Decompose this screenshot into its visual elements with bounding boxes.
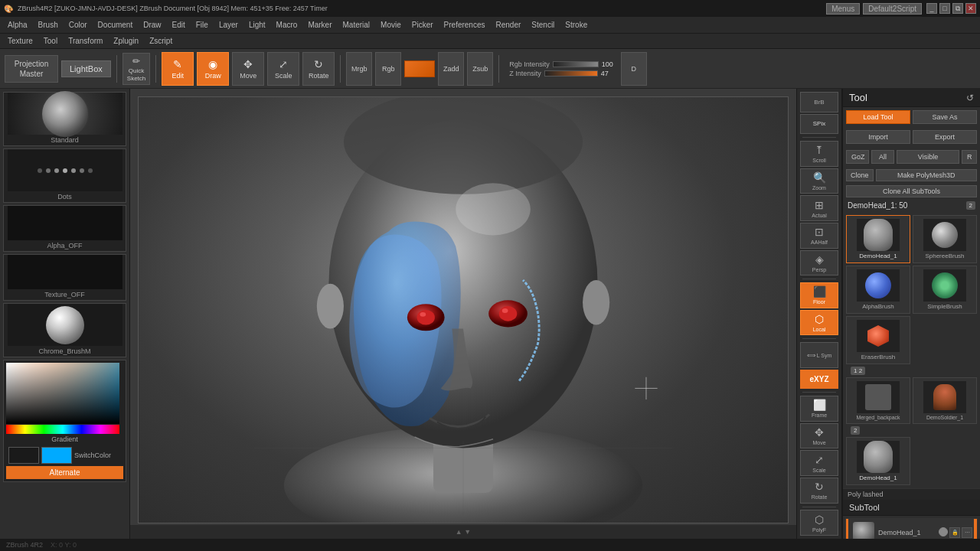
brush-dots[interactable]: Dots [3, 148, 126, 203]
rt-aahalf-btn[interactable]: ⊡ AAHalf [800, 223, 838, 249]
import-btn[interactable]: Import [846, 130, 910, 144]
goz-btn[interactable]: GoZ [846, 150, 869, 164]
load-tool-btn[interactable]: Load Tool [846, 110, 910, 124]
tool-alphabrush[interactable]: AlphaBrush [846, 266, 910, 314]
menu-zplugin[interactable]: Zplugin [109, 35, 143, 47]
save-as-btn[interactable]: Save As [913, 110, 977, 124]
lightbox-btn[interactable]: LightBox [61, 60, 111, 77]
rgb-intensity-bar[interactable] [553, 61, 599, 67]
rotate-rt-icon: ↻ [815, 481, 824, 493]
menu-movie[interactable]: Movie [376, 19, 406, 31]
foreground-color[interactable] [8, 447, 39, 464]
tool-spherebrush[interactable]: SphereeBrush [913, 215, 977, 263]
rt-scale-btn[interactable]: ⤢ Scale [800, 450, 838, 476]
subtool-eye-icon[interactable] [939, 527, 948, 536]
rt-floor-btn[interactable]: ⬛ Floor [800, 282, 838, 308]
r-btn[interactable]: R [962, 150, 977, 164]
minimize-btn[interactable]: _ [926, 3, 937, 14]
color-picker-area[interactable] [6, 363, 119, 424]
zadd-btn[interactable]: Zadd [438, 52, 464, 86]
demohead-thumb [857, 219, 900, 251]
menu-marker[interactable]: Marker [303, 19, 336, 31]
menu-brush[interactable]: Brush [34, 19, 63, 31]
make-polymesh-btn[interactable]: Make PolyMesh3D [876, 169, 977, 181]
rt-scroll-btn[interactable]: ⤒ Scroll [800, 141, 838, 167]
color-indicator[interactable] [404, 60, 435, 77]
d-btn[interactable]: D [621, 52, 647, 86]
rt-lsym-btn[interactable]: ⟺ L Sym [800, 342, 838, 368]
brush-texture-off[interactable]: Texture_OFF [3, 254, 126, 301]
tool-demohead-2[interactable]: DemoHead_1 [846, 437, 910, 485]
tool-soldier[interactable]: DemoSoldier_1 [913, 377, 977, 424]
subtool-demohead[interactable]: DemoHead_1 🔒 ⋯ [846, 519, 977, 539]
menu-transform[interactable]: Transform [64, 35, 107, 47]
restore-btn[interactable]: ⧉ [952, 3, 963, 14]
tool-eraserbrush[interactable]: EraserBrush [846, 316, 910, 364]
clone-btn[interactable]: Clone [846, 169, 874, 181]
menus-btn[interactable]: Menus [826, 3, 860, 15]
3d-viewport[interactable] [138, 96, 789, 523]
rt-brb-btn[interactable]: BrB [800, 92, 838, 112]
menu-draw[interactable]: Draw [139, 19, 165, 31]
rgb-btn[interactable]: Rgb [375, 52, 401, 86]
menu-light[interactable]: Light [244, 19, 270, 31]
menu-color[interactable]: Color [64, 19, 92, 31]
menu-document[interactable]: Document [93, 19, 138, 31]
rt-frame-btn[interactable]: ⬜ Frame [800, 396, 838, 422]
menu-render[interactable]: Render [492, 19, 526, 31]
rt-xyz-btn[interactable]: eXYZ [800, 370, 838, 389]
menu-layer[interactable]: Layer [214, 19, 243, 31]
rt-move-btn[interactable]: ✥ Move [800, 423, 838, 449]
menu-edit[interactable]: Edit [168, 19, 190, 31]
projection-master-btn[interactable]: Projection Master [5, 55, 58, 83]
menu-alpha[interactable]: Alpha [3, 19, 32, 31]
rotate-btn[interactable]: ↻ Rotate [302, 52, 335, 86]
alternate-btn[interactable]: Alternate [6, 466, 123, 479]
brush-standard[interactable]: Standard [3, 92, 126, 146]
tool-backpack[interactable]: Merged_backpack [846, 377, 910, 424]
subtool-more-icon[interactable]: ⋯ [962, 527, 972, 538]
menu-file[interactable]: File [191, 19, 213, 31]
close-btn[interactable]: ✕ [965, 3, 976, 14]
menu-material[interactable]: Material [338, 19, 375, 31]
z-intensity-bar[interactable] [544, 70, 598, 77]
menu-stroke[interactable]: Stroke [560, 19, 592, 31]
script-btn[interactable]: Default2Script [863, 3, 922, 15]
mrgb-btn[interactable]: Mrgb [346, 52, 372, 86]
tool-demohead[interactable]: DemoHead_1 [846, 215, 910, 263]
maximize-btn[interactable]: □ [939, 3, 950, 14]
menu-macro[interactable]: Macro [272, 19, 302, 31]
all-btn[interactable]: All [871, 150, 894, 164]
menu-zscript[interactable]: Zscript [145, 35, 177, 47]
visible-btn[interactable]: Visible [897, 150, 959, 164]
menu-preferences[interactable]: Preferences [439, 19, 490, 31]
background-color[interactable] [41, 447, 72, 464]
subtool-lock-icon[interactable]: 🔒 [949, 527, 960, 538]
export-btn[interactable]: Export [913, 130, 977, 144]
tool-refresh-icon[interactable]: ↺ [966, 93, 974, 103]
menu-stencil[interactable]: Stencil [527, 19, 559, 31]
clone-all-btn[interactable]: Clone All SubTools [846, 185, 977, 197]
rt-local-btn[interactable]: ⬡ Local [800, 310, 838, 336]
scale-icon: ⤢ [279, 58, 288, 70]
rt-rotate-btn[interactable]: ↻ Rotate [800, 478, 838, 504]
brush-alpha-off[interactable]: Alpha_OFF [3, 205, 126, 252]
rt-persp-btn[interactable]: ◈ Persp [800, 250, 838, 276]
menu-texture[interactable]: Texture [3, 35, 38, 47]
rt-zoom-btn[interactable]: 🔍 Zoom [800, 168, 838, 194]
menu-picker[interactable]: Picker [407, 19, 438, 31]
scale-btn[interactable]: ⤢ Scale [267, 52, 299, 86]
svg-point-12 [456, 183, 531, 235]
rt-spix-btn[interactable]: SPix [800, 114, 838, 135]
material-preview[interactable]: Chrome_BrushM [3, 303, 126, 357]
move-btn[interactable]: ✥ Move [232, 52, 264, 86]
rt-polyf-btn[interactable]: ⬡ PolyF [800, 510, 838, 536]
color-spectrum[interactable] [6, 425, 119, 434]
quick-sketch-btn[interactable]: ✏ Quick Sketch [122, 53, 150, 85]
rt-actual-btn[interactable]: ⊞ Actual [800, 195, 838, 221]
edit-btn[interactable]: ✎ Edit [162, 52, 194, 86]
zsub-btn[interactable]: Zsub [467, 52, 493, 86]
menu-tool[interactable]: Tool [39, 35, 62, 47]
draw-btn[interactable]: ◉ Draw [197, 52, 229, 86]
tool-simplebrush[interactable]: SimpleBrush [913, 266, 977, 314]
